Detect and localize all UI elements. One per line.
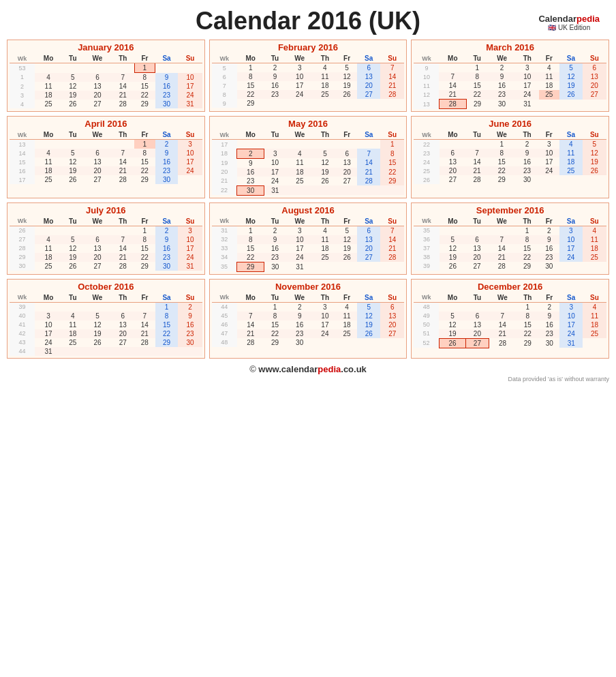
month-block: November 2016WkMoTuWeThFrSaSu44123456457…	[209, 279, 407, 359]
month-block: May 2016WkMoTuWeThFrSaSu1711823456781991…	[209, 116, 407, 198]
month-title: July 2016	[10, 205, 202, 215]
month-title: April 2016	[10, 119, 202, 129]
month-block: January 2016WkMoTuWeThFrSaSu531145678910…	[7, 40, 205, 112]
month-block: June 2016WkMoTuWeThFrSaSu221234523678910…	[411, 116, 609, 198]
month-title: August 2016	[212, 205, 405, 215]
month-block: December 2016WkMoTuWeThFrSaSu48123449567…	[411, 279, 609, 359]
month-block: April 2016WkMoTuWeThFrSaSu13123144567891…	[7, 116, 205, 198]
page-title: Calendar 2016 (UK)	[7, 7, 609, 35]
month-title: September 2016	[414, 205, 606, 215]
month-block: March 2016WkMoTuWeThFrSaSu91234561078910…	[411, 40, 609, 112]
month-block: February 2016WkMoTuWeThFrSaSu51234567689…	[209, 40, 407, 112]
month-block: August 2016WkMoTuWeThFrSaSu3112345673289…	[209, 202, 407, 275]
month-title: June 2016	[414, 119, 606, 129]
month-title: February 2016	[212, 42, 405, 52]
logo: Calendarpedia 🇬🇧 UK Edition	[538, 14, 600, 31]
month-block: October 2016WkMoTuWeThFrSaSu391240345678…	[7, 279, 205, 359]
footer-note: Data provided 'as is' without warranty	[7, 376, 609, 382]
month-title: December 2016	[414, 282, 606, 292]
month-title: March 2016	[414, 42, 606, 52]
footer: © www.calendarpedia.co.uk	[7, 364, 609, 374]
calendars-grid: January 2016WkMoTuWeThFrSaSu531145678910…	[7, 40, 609, 359]
month-title: May 2016	[212, 119, 405, 129]
month-title: January 2016	[10, 42, 202, 52]
month-title: October 2016	[10, 282, 202, 292]
month-block: September 2016WkMoTuWeThFrSaSu3512343656…	[411, 202, 609, 275]
month-block: July 2016WkMoTuWeThFrSaSu261232745678910…	[7, 202, 205, 275]
month-title: November 2016	[212, 282, 405, 292]
